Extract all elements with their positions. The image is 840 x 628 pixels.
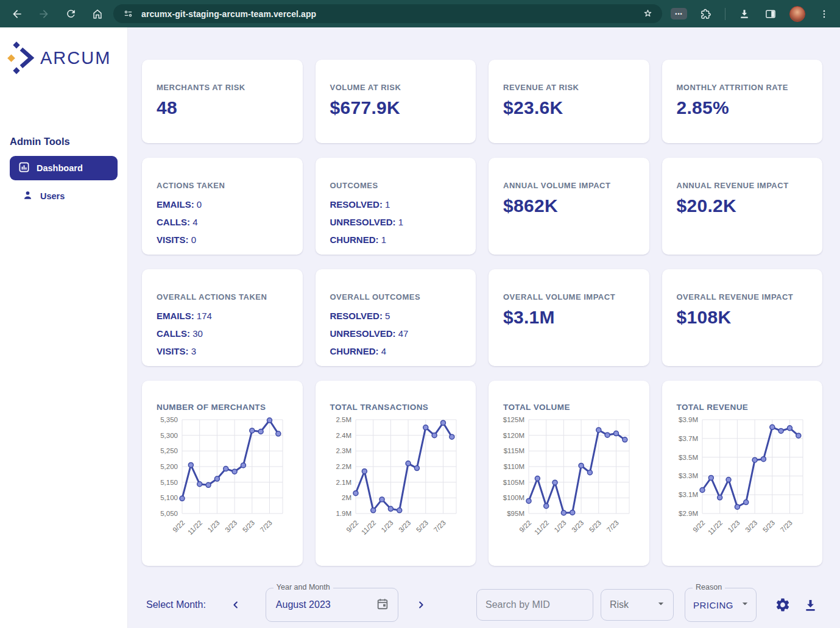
downloads-icon[interactable]: [737, 7, 752, 21]
metric-line: CHURNED: 4: [330, 345, 462, 358]
reason-select[interactable]: Reason PRICING: [685, 588, 757, 622]
card-outcomes: OUTCOMESRESOLVED: 1UNRESOLVED: 1CHURNED:…: [316, 158, 476, 255]
year-month-value: August 2023: [276, 599, 376, 610]
main-content: MERCHANTS AT RISK48VOLUME AT RISK$677.9K…: [128, 27, 840, 628]
metric-line: EMAILS: 0: [157, 198, 288, 211]
sidebar-item-label: Dashboard: [37, 163, 83, 173]
metric-line: VISITS: 3: [157, 345, 288, 358]
bookmark-star-icon[interactable]: [640, 7, 655, 21]
card-overall-revenue-impact: OVERALL REVENUE IMPACT$108K: [662, 269, 823, 366]
svg-text:1/23: 1/23: [552, 519, 567, 534]
sidebar: ARCUM Admin Tools Dashboard Users: [0, 27, 128, 628]
svg-text:3/23: 3/23: [224, 519, 238, 534]
metric-line: EMAILS: 174: [157, 309, 288, 323]
svg-text:3/23: 3/23: [744, 519, 758, 534]
metric-line: RESOLVED: 5: [330, 309, 462, 323]
site-settings-icon[interactable]: [121, 7, 135, 21]
svg-text:$95M: $95M: [507, 510, 524, 517]
back-icon[interactable]: [10, 7, 24, 21]
sidebar-item-label: Users: [40, 191, 65, 201]
reason-select-label: Reason: [693, 583, 725, 591]
card-value: 48: [157, 97, 288, 118]
svg-text:5,100: 5,100: [160, 494, 178, 501]
svg-text:$110M: $110M: [504, 463, 524, 470]
risk-select-value: Risk: [610, 599, 655, 610]
export-download-icon[interactable]: [803, 598, 818, 613]
svg-text:$3.1M: $3.1M: [679, 491, 698, 498]
line-chart: $95M$100M$105M$110M$115M$120M$125M9/2211…: [499, 415, 635, 551]
svg-text:2.3M: 2.3M: [336, 447, 351, 454]
card-label: REVENUE AT RISK: [503, 83, 635, 92]
card-label: OVERALL OUTCOMES: [330, 292, 462, 302]
card-label: MONTHLY ATTRITION RATE: [677, 83, 808, 92]
risk-select[interactable]: Risk: [601, 589, 674, 621]
card-value: $677.9K: [330, 97, 462, 118]
menu-kebab-icon[interactable]: [817, 7, 831, 21]
card-total-volume: TOTAL VOLUME$95M$100M$105M$110M$115M$120…: [489, 381, 649, 566]
svg-text:2.2M: 2.2M: [336, 463, 351, 470]
next-month-button[interactable]: [413, 597, 429, 613]
card-annual-revenue-impact: ANNUAL REVENUE IMPACT$20.2K: [662, 158, 823, 255]
card-volume-at-risk: VOLUME AT RISK$677.9K: [316, 60, 476, 143]
filter-bar: Select Month: Year and Month August 2023…: [128, 582, 840, 628]
toolbar-divider: [725, 8, 725, 20]
side-panel-icon[interactable]: [763, 7, 778, 21]
arcum-logo: ARCUM: [9, 41, 127, 75]
sidebar-item-dashboard[interactable]: Dashboard: [10, 156, 118, 180]
reason-select-value: PRICING: [693, 600, 739, 610]
svg-text:$2.9M: $2.9M: [679, 510, 698, 517]
previous-month-button[interactable]: [228, 597, 244, 613]
card-overall-volume-impact: OVERALL VOLUME IMPACT$3.1M: [489, 269, 649, 366]
search-mid-input[interactable]: [476, 589, 593, 621]
home-icon[interactable]: [90, 7, 105, 21]
svg-text:5,350: 5,350: [160, 416, 178, 423]
svg-text:5,200: 5,200: [160, 463, 178, 470]
svg-text:3/23: 3/23: [570, 519, 585, 534]
svg-text:5,300: 5,300: [160, 432, 178, 439]
card-value: $108K: [677, 307, 808, 328]
card-value: $20.2K: [677, 196, 808, 216]
address-bar[interactable]: arcumx-git-staging-arcum-team.vercel.app: [113, 4, 662, 23]
svg-text:5/23: 5/23: [761, 519, 775, 534]
svg-text:7/23: 7/23: [259, 519, 274, 534]
card-overall-actions-taken: OVERALL ACTIONS TAKENEMAILS: 174CALLS: 3…: [142, 269, 303, 366]
extensions-puzzle-icon[interactable]: [699, 7, 713, 21]
calendar-icon[interactable]: [376, 597, 389, 613]
forward-icon[interactable]: [37, 7, 51, 21]
card-label: MERCHANTS AT RISK: [157, 83, 288, 92]
svg-text:$105M: $105M: [503, 479, 524, 486]
profile-avatar[interactable]: [789, 6, 805, 22]
svg-text:9/22: 9/22: [345, 519, 359, 534]
svg-text:7/23: 7/23: [778, 519, 793, 534]
svg-text:2M: 2M: [342, 494, 351, 501]
card-label: OUTCOMES: [330, 181, 462, 190]
settings-gear-icon[interactable]: [775, 597, 791, 613]
svg-text:9/22: 9/22: [518, 519, 532, 534]
card-annual-volume-impact: ANNUAL VOLUME IMPACT$862K: [489, 158, 649, 255]
url-text: arcumx-git-staging-arcum-team.vercel.app: [141, 9, 316, 19]
svg-text:$3.9M: $3.9M: [679, 416, 698, 423]
sidebar-item-users[interactable]: Users: [10, 184, 118, 208]
browser-chrome: arcumx-git-staging-arcum-team.vercel.app…: [0, 0, 840, 27]
svg-text:$120M: $120M: [503, 432, 524, 439]
year-month-field[interactable]: Year and Month August 2023: [266, 588, 398, 622]
svg-text:5/23: 5/23: [414, 519, 429, 534]
sidebar-section-title: Admin Tools: [10, 136, 127, 147]
card-overall-outcomes: OVERALL OUTCOMESRESOLVED: 5UNRESOLVED: 4…: [316, 269, 476, 366]
card-label: ACTIONS TAKEN: [157, 181, 288, 190]
extensions-badge[interactable]: •••: [671, 8, 687, 19]
metric-line: CALLS: 4: [157, 216, 288, 229]
select-month-label: Select Month:: [146, 599, 206, 610]
svg-text:1/23: 1/23: [206, 519, 221, 534]
svg-text:11/22: 11/22: [359, 519, 376, 536]
svg-text:11/22: 11/22: [706, 519, 723, 536]
svg-text:5,050: 5,050: [160, 510, 178, 517]
line-chart: 5,0505,1005,1505,2005,2505,3005,3509/221…: [153, 415, 288, 551]
card-revenue-at-risk: REVENUE AT RISK$23.6K: [489, 60, 649, 143]
reload-icon[interactable]: [63, 7, 78, 21]
card-merchants-at-risk: MERCHANTS AT RISK48: [142, 60, 303, 143]
bar-chart-icon: [18, 161, 30, 175]
chart-title: TOTAL TRANSACTIONS: [330, 403, 462, 412]
svg-text:5,150: 5,150: [160, 479, 178, 486]
card-value: 2.85%: [677, 97, 808, 118]
